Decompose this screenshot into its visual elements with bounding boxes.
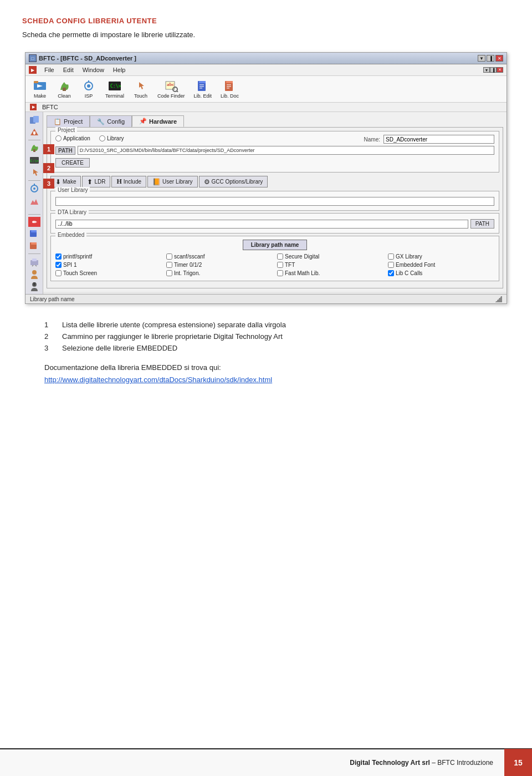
path-label: PATH: [55, 146, 75, 155]
sidebar-icon-3[interactable]: [28, 143, 40, 154]
svg-rect-34: [31, 230, 37, 232]
checkbox-tft-input[interactable]: [277, 262, 283, 268]
dta-library-input[interactable]: [55, 220, 468, 229]
toolbar-libedit[interactable]: Lib. Edit: [192, 78, 214, 100]
sidebar-icon-12[interactable]: [28, 281, 40, 292]
sidebar-icon-5[interactable]: [28, 183, 40, 194]
toolbar-terminal[interactable]: C:\> Terminal: [103, 78, 126, 100]
user-library-input[interactable]: [55, 197, 494, 206]
sidebar-icon-10[interactable]: [28, 256, 40, 267]
toolbar-codefinder[interactable]: abc Code Finder: [155, 78, 187, 100]
checkbox-fastmath[interactable]: Fast Math Lib.: [277, 270, 383, 276]
menu-help[interactable]: Help: [109, 65, 130, 74]
checkbox-touchscreen-input[interactable]: [55, 270, 62, 276]
tab-project[interactable]: 📋 Project: [47, 115, 90, 127]
sub-btn-userlibrary[interactable]: 📙 User Library: [147, 176, 197, 187]
checkbox-tft[interactable]: TFT: [277, 262, 383, 268]
toolbar-clean[interactable]: Clean: [54, 78, 74, 100]
checkbox-gxlibrary[interactable]: GX Library: [388, 253, 494, 260]
sub-btn-include[interactable]: H Include: [111, 176, 146, 187]
checkbox-gxlibrary-input[interactable]: [388, 253, 394, 260]
tab-hardware[interactable]: 📌 Hardware: [132, 115, 184, 127]
checkbox-inttrigon[interactable]: Int. Trigon.: [166, 270, 273, 276]
menu-window[interactable]: Window: [78, 65, 109, 74]
sub-ldr-icon: ⬆: [87, 178, 93, 186]
radio-application-input[interactable]: [55, 135, 62, 141]
breadcrumb-item: BFTC: [42, 104, 58, 110]
svg-rect-2: [34, 81, 38, 83]
checkbox-securedigital[interactable]: Secure Digital: [277, 253, 383, 260]
clean-icon: [57, 79, 72, 93]
checkbox-printf[interactable]: printf/sprintf: [55, 253, 162, 260]
checkbox-libccalls-input[interactable]: [388, 270, 394, 276]
checkbox-grid: printf/sprintf scanf/sscanf Secure Digit…: [55, 253, 494, 276]
footer-brand: Digital Technology Art srl: [350, 759, 430, 767]
sidebar-icon-7[interactable]: ✏: [28, 217, 40, 227]
sub-include-icon: H: [116, 177, 121, 186]
toolbar-libdoc[interactable]: Lib. Doc: [218, 78, 241, 100]
toolbar-clean-label: Clean: [58, 93, 71, 99]
radio-application[interactable]: Application: [55, 135, 90, 141]
checkbox-timer-input[interactable]: [166, 262, 172, 268]
user-library-label: User Library: [55, 187, 90, 193]
embedded-header: Library path name: [55, 240, 494, 250]
maximize-button[interactable]: ▐: [487, 55, 494, 62]
minimize-button[interactable]: ▼: [478, 55, 485, 62]
svg-rect-27: [33, 149, 35, 152]
form-area: Project Application Library: [47, 127, 503, 288]
lib-path-button[interactable]: Library path name: [243, 240, 308, 250]
close-button[interactable]: ✕: [495, 55, 503, 62]
sidebar-separator-1: [28, 140, 40, 140]
checkbox-scanf-input[interactable]: [166, 253, 172, 260]
sub-include-label: Include: [124, 179, 141, 185]
checkbox-libccalls[interactable]: Lib C Calls: [388, 270, 494, 276]
checkbox-printf-input[interactable]: [55, 253, 62, 260]
checkbox-scanf[interactable]: scanf/sscanf: [166, 253, 273, 260]
path-input[interactable]: [78, 146, 494, 155]
checkbox-spi1-input[interactable]: [55, 262, 62, 268]
sidebar-icon-4[interactable]: C:\>: [28, 155, 40, 166]
list-item-1: 1 Lista delle librerie utente (compresa …: [44, 321, 488, 329]
checkbox-embeddedfont[interactable]: Embedded Font: [388, 262, 494, 268]
svg-rect-24: [33, 116, 39, 123]
section-number-1: 1: [43, 144, 54, 154]
sub-ldr-label: LDR: [94, 179, 105, 185]
sidebar-icon-9[interactable]: [28, 240, 40, 251]
sub-btn-gccoptions[interactable]: ⚙ GCC Options/Library: [199, 176, 268, 187]
sidebar-icon-arrow[interactable]: [28, 167, 40, 178]
checkbox-timer[interactable]: Timer 0/1/2: [166, 262, 273, 268]
make-icon: [32, 79, 48, 93]
sub-btn-ldr[interactable]: ⬆ LDR: [82, 176, 110, 187]
name-input[interactable]: [383, 135, 494, 144]
sidebar-icon-6[interactable]: [28, 195, 40, 206]
checkbox-touchscreen[interactable]: Touch Screen: [55, 270, 162, 276]
checkbox-fastmath-input[interactable]: [277, 270, 283, 276]
radio-library-input[interactable]: [99, 135, 105, 141]
toolbar-make[interactable]: Make: [30, 78, 50, 100]
embedded-group: Embedded Library path name printf/sprint…: [50, 236, 499, 281]
sidebar-icon-11[interactable]: [28, 268, 40, 280]
resize-handle[interactable]: [495, 296, 502, 302]
sidebar-icon-8[interactable]: [28, 228, 40, 239]
dta-path-button[interactable]: PATH: [470, 219, 494, 229]
menu-restore-button[interactable]: ▐: [490, 67, 497, 73]
toolbar-isp[interactable]: ISP: [79, 78, 99, 100]
toolbar-touch[interactable]: Touch: [131, 78, 151, 100]
tab-config[interactable]: 🔧 Config: [90, 115, 132, 127]
create-button[interactable]: CREATE: [55, 158, 90, 168]
sub-btn-make[interactable]: ⬇ Make: [50, 176, 81, 187]
checkbox-inttrigon-input[interactable]: [166, 270, 172, 276]
sidebar-icon-1[interactable]: [28, 114, 40, 125]
sidebar-icon-2[interactable]: [28, 126, 40, 138]
menu-file[interactable]: File: [40, 65, 59, 74]
sub-make-icon: ⬇: [55, 178, 61, 186]
menu-close-button[interactable]: ✕: [497, 67, 503, 73]
menu-minimize-button[interactable]: ▼: [483, 67, 490, 73]
page-content: SCHEDA CONFIG LIBRERIA UTENTE Scheda che…: [0, 0, 532, 428]
checkbox-securedigital-input[interactable]: [277, 253, 283, 260]
menu-edit[interactable]: Edit: [59, 65, 78, 74]
doc-link[interactable]: http://www.digitaltechnologyart.com/dtaD…: [44, 376, 272, 384]
checkbox-spi1[interactable]: SPI 1: [55, 262, 162, 268]
checkbox-embeddedfont-input[interactable]: [388, 262, 394, 268]
radio-library[interactable]: Library: [99, 135, 124, 141]
